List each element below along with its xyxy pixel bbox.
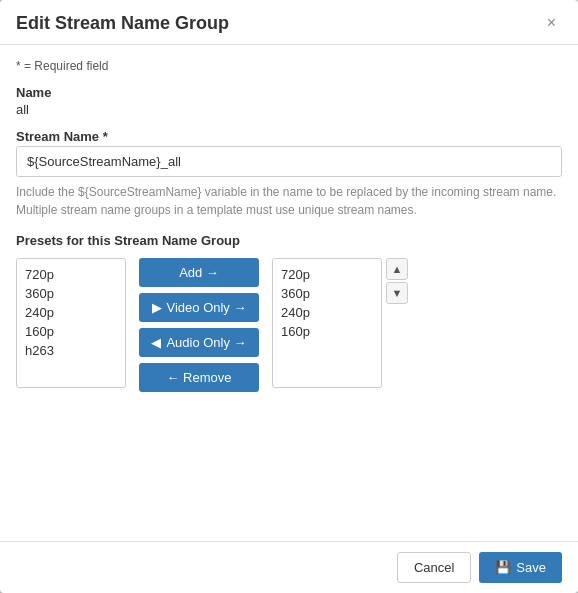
list-item: 240p xyxy=(25,303,117,322)
save-button[interactable]: 💾 Save xyxy=(479,552,562,583)
video-only-label: Video Only → xyxy=(167,300,247,315)
list-item: 160p xyxy=(281,322,373,341)
cancel-button[interactable]: Cancel xyxy=(397,552,471,583)
modal-header: Edit Stream Name Group × xyxy=(0,0,578,45)
list-item: 240p xyxy=(281,303,373,322)
list-item: 160p xyxy=(25,322,117,341)
modal-footer: Cancel 💾 Save xyxy=(0,541,578,593)
name-label: Name xyxy=(16,85,562,100)
add-label: Add → xyxy=(179,265,219,280)
action-buttons: Add → ▶ Video Only → ◀ Audio Only → ← Re… xyxy=(134,258,264,392)
stream-name-label: Stream Name * xyxy=(16,129,562,144)
edit-stream-modal: Edit Stream Name Group × * = Required fi… xyxy=(0,0,578,593)
presets-area: 720p 360p 240p 160p h263 Add → ▶ Video O… xyxy=(16,258,562,392)
video-icon: ▶ xyxy=(152,300,162,315)
list-item: 720p xyxy=(25,265,117,284)
add-button[interactable]: Add → xyxy=(139,258,259,287)
stream-name-input[interactable] xyxy=(16,146,562,177)
right-list-container: 720p 360p 240p 160p ▲ ▼ xyxy=(272,258,562,388)
required-note: * = Required field xyxy=(16,59,562,73)
modal-body: * = Required field Name all Stream Name … xyxy=(0,45,578,541)
list-item: 360p xyxy=(25,284,117,303)
left-preset-list: 720p 360p 240p 160p h263 xyxy=(16,258,126,388)
move-up-button[interactable]: ▲ xyxy=(386,258,408,280)
list-item: h263 xyxy=(25,341,117,360)
save-label: Save xyxy=(516,560,546,575)
list-item: 720p xyxy=(281,265,373,284)
name-value: all xyxy=(16,102,562,117)
presets-label: Presets for this Stream Name Group xyxy=(16,233,562,248)
audio-only-label: Audio Only → xyxy=(166,335,246,350)
modal-title: Edit Stream Name Group xyxy=(16,13,229,34)
help-text: Include the ${SourceStreamName} variable… xyxy=(16,183,562,219)
audio-only-button[interactable]: ◀ Audio Only → xyxy=(139,328,259,357)
video-only-button[interactable]: ▶ Video Only → xyxy=(139,293,259,322)
remove-button[interactable]: ← Remove xyxy=(139,363,259,392)
close-button[interactable]: × xyxy=(541,12,562,34)
save-icon: 💾 xyxy=(495,560,511,575)
list-item: 360p xyxy=(281,284,373,303)
remove-label: ← Remove xyxy=(166,370,231,385)
move-down-button[interactable]: ▼ xyxy=(386,282,408,304)
right-preset-list: 720p 360p 240p 160p xyxy=(272,258,382,388)
audio-icon: ◀ xyxy=(151,335,161,350)
arrow-buttons: ▲ ▼ xyxy=(386,258,408,304)
